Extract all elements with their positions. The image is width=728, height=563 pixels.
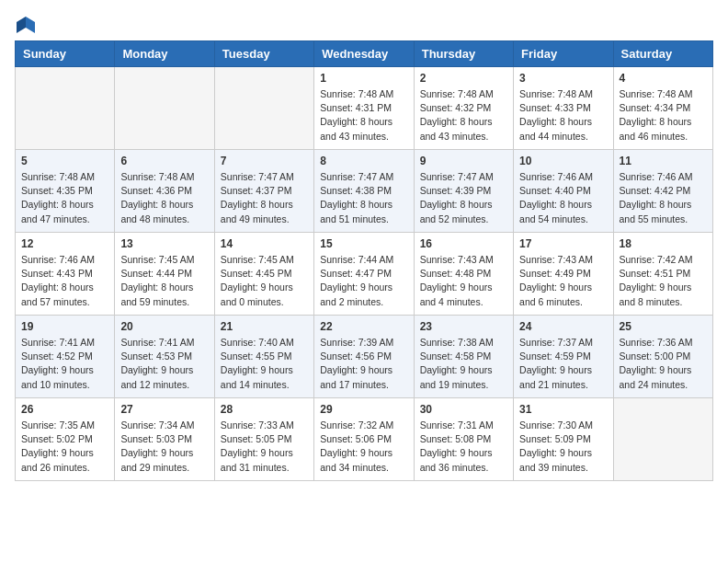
day-number: 2 <box>420 72 507 85</box>
calendar-day-5: 5Sunrise: 7:48 AM Sunset: 4:35 PM Daylig… <box>16 150 115 233</box>
day-info: Sunrise: 7:46 AM Sunset: 4:42 PM Dayligh… <box>620 170 707 226</box>
day-number: 26 <box>21 403 108 416</box>
calendar-week-2: 5Sunrise: 7:48 AM Sunset: 4:35 PM Daylig… <box>16 150 713 233</box>
calendar-day-7: 7Sunrise: 7:47 AM Sunset: 4:37 PM Daylig… <box>214 150 313 233</box>
calendar-day-10: 10Sunrise: 7:46 AM Sunset: 4:40 PM Dayli… <box>514 150 613 233</box>
weekday-header-row: SundayMondayTuesdayWednesdayThursdayFrid… <box>16 41 713 67</box>
day-number: 12 <box>21 237 108 250</box>
page-header <box>15 15 713 31</box>
day-info: Sunrise: 7:40 AM Sunset: 4:55 PM Dayligh… <box>221 336 308 392</box>
calendar-day-15: 15Sunrise: 7:44 AM Sunset: 4:47 PM Dayli… <box>314 233 414 316</box>
day-number: 29 <box>320 403 407 416</box>
day-number: 11 <box>620 155 707 167</box>
day-number: 17 <box>519 237 607 250</box>
weekday-header-tuesday: Tuesday <box>214 41 313 67</box>
day-info: Sunrise: 7:34 AM Sunset: 5:03 PM Dayligh… <box>120 419 208 475</box>
calendar-week-3: 12Sunrise: 7:46 AM Sunset: 4:43 PM Dayli… <box>16 233 713 316</box>
day-info: Sunrise: 7:48 AM Sunset: 4:32 PM Dayligh… <box>420 87 507 144</box>
day-info: Sunrise: 7:47 AM Sunset: 4:38 PM Dayligh… <box>320 170 407 226</box>
day-number: 9 <box>420 155 507 167</box>
day-info: Sunrise: 7:46 AM Sunset: 4:40 PM Dayligh… <box>519 170 607 226</box>
day-number: 5 <box>21 155 108 167</box>
calendar-week-1: 1Sunrise: 7:48 AM Sunset: 4:31 PM Daylig… <box>16 67 713 150</box>
day-info: Sunrise: 7:45 AM Sunset: 4:44 PM Dayligh… <box>120 253 208 309</box>
weekday-header-wednesday: Wednesday <box>314 41 414 67</box>
day-number: 27 <box>120 403 208 416</box>
calendar-week-4: 19Sunrise: 7:41 AM Sunset: 4:52 PM Dayli… <box>16 316 713 398</box>
day-info: Sunrise: 7:37 AM Sunset: 4:59 PM Dayligh… <box>519 336 607 392</box>
day-info: Sunrise: 7:39 AM Sunset: 4:56 PM Dayligh… <box>320 336 407 392</box>
day-info: Sunrise: 7:32 AM Sunset: 5:06 PM Dayligh… <box>320 419 407 475</box>
calendar-day-4: 4Sunrise: 7:48 AM Sunset: 4:34 PM Daylig… <box>613 67 712 150</box>
day-info: Sunrise: 7:31 AM Sunset: 5:08 PM Dayligh… <box>420 419 507 475</box>
weekday-header-thursday: Thursday <box>414 41 513 67</box>
day-info: Sunrise: 7:48 AM Sunset: 4:34 PM Dayligh… <box>620 87 707 144</box>
day-info: Sunrise: 7:45 AM Sunset: 4:45 PM Dayligh… <box>221 253 308 309</box>
calendar-day-empty <box>214 67 313 150</box>
day-number: 15 <box>320 237 407 250</box>
day-number: 24 <box>519 320 607 333</box>
calendar-day-9: 9Sunrise: 7:47 AM Sunset: 4:39 PM Daylig… <box>414 150 513 233</box>
day-info: Sunrise: 7:43 AM Sunset: 4:49 PM Dayligh… <box>519 253 607 309</box>
day-number: 1 <box>320 72 407 85</box>
weekday-header-friday: Friday <box>514 41 613 67</box>
calendar-day-27: 27Sunrise: 7:34 AM Sunset: 5:03 PM Dayli… <box>115 398 214 481</box>
day-number: 14 <box>221 237 308 250</box>
day-info: Sunrise: 7:43 AM Sunset: 4:48 PM Dayligh… <box>420 253 507 309</box>
day-info: Sunrise: 7:33 AM Sunset: 5:05 PM Dayligh… <box>221 419 308 475</box>
calendar-week-5: 26Sunrise: 7:35 AM Sunset: 5:02 PM Dayli… <box>16 398 713 481</box>
day-number: 8 <box>320 155 407 167</box>
day-info: Sunrise: 7:48 AM Sunset: 4:31 PM Dayligh… <box>320 87 407 144</box>
calendar-day-empty <box>115 67 214 150</box>
calendar-day-19: 19Sunrise: 7:41 AM Sunset: 4:52 PM Dayli… <box>16 316 115 398</box>
calendar-day-empty <box>16 67 115 150</box>
day-number: 4 <box>620 72 707 85</box>
calendar-day-31: 31Sunrise: 7:30 AM Sunset: 5:09 PM Dayli… <box>514 398 613 481</box>
day-number: 18 <box>620 237 707 250</box>
logo-icon <box>17 15 37 35</box>
calendar-day-2: 2Sunrise: 7:48 AM Sunset: 4:32 PM Daylig… <box>414 67 513 150</box>
day-info: Sunrise: 7:48 AM Sunset: 4:35 PM Dayligh… <box>21 170 108 226</box>
day-number: 10 <box>519 155 607 167</box>
calendar-day-25: 25Sunrise: 7:36 AM Sunset: 5:00 PM Dayli… <box>613 316 712 398</box>
day-number: 6 <box>120 155 208 167</box>
day-number: 7 <box>221 155 308 167</box>
calendar-day-18: 18Sunrise: 7:42 AM Sunset: 4:51 PM Dayli… <box>613 233 712 316</box>
day-info: Sunrise: 7:35 AM Sunset: 5:02 PM Dayligh… <box>21 419 108 475</box>
calendar-day-26: 26Sunrise: 7:35 AM Sunset: 5:02 PM Dayli… <box>16 398 115 481</box>
calendar-day-16: 16Sunrise: 7:43 AM Sunset: 4:48 PM Dayli… <box>414 233 513 316</box>
day-info: Sunrise: 7:48 AM Sunset: 4:33 PM Dayligh… <box>519 87 607 144</box>
calendar-day-13: 13Sunrise: 7:45 AM Sunset: 4:44 PM Dayli… <box>115 233 214 316</box>
calendar-day-3: 3Sunrise: 7:48 AM Sunset: 4:33 PM Daylig… <box>514 67 613 150</box>
calendar-day-24: 24Sunrise: 7:37 AM Sunset: 4:59 PM Dayli… <box>514 316 613 398</box>
calendar-day-29: 29Sunrise: 7:32 AM Sunset: 5:06 PM Dayli… <box>314 398 414 481</box>
day-info: Sunrise: 7:41 AM Sunset: 4:53 PM Dayligh… <box>120 336 208 392</box>
day-info: Sunrise: 7:48 AM Sunset: 4:36 PM Dayligh… <box>120 170 208 226</box>
day-number: 25 <box>620 320 707 333</box>
day-info: Sunrise: 7:44 AM Sunset: 4:47 PM Dayligh… <box>320 253 407 309</box>
day-number: 28 <box>221 403 308 416</box>
calendar-day-17: 17Sunrise: 7:43 AM Sunset: 4:49 PM Dayli… <box>514 233 613 316</box>
day-number: 23 <box>420 320 507 333</box>
calendar-day-6: 6Sunrise: 7:48 AM Sunset: 4:36 PM Daylig… <box>115 150 214 233</box>
day-number: 31 <box>519 403 607 416</box>
day-number: 22 <box>320 320 407 333</box>
day-number: 21 <box>221 320 308 333</box>
day-info: Sunrise: 7:47 AM Sunset: 4:37 PM Dayligh… <box>221 170 308 226</box>
day-info: Sunrise: 7:36 AM Sunset: 5:00 PM Dayligh… <box>620 336 707 392</box>
calendar-table: SundayMondayTuesdayWednesdayThursdayFrid… <box>15 40 713 481</box>
day-info: Sunrise: 7:42 AM Sunset: 4:51 PM Dayligh… <box>620 253 707 309</box>
weekday-header-sunday: Sunday <box>16 41 115 67</box>
day-number: 30 <box>420 403 507 416</box>
calendar-day-22: 22Sunrise: 7:39 AM Sunset: 4:56 PM Dayli… <box>314 316 414 398</box>
day-info: Sunrise: 7:30 AM Sunset: 5:09 PM Dayligh… <box>519 419 607 475</box>
day-number: 20 <box>120 320 208 333</box>
calendar-day-21: 21Sunrise: 7:40 AM Sunset: 4:55 PM Dayli… <box>214 316 313 398</box>
day-info: Sunrise: 7:46 AM Sunset: 4:43 PM Dayligh… <box>21 253 108 309</box>
logo <box>15 15 37 31</box>
day-info: Sunrise: 7:38 AM Sunset: 4:58 PM Dayligh… <box>420 336 507 392</box>
calendar-day-20: 20Sunrise: 7:41 AM Sunset: 4:53 PM Dayli… <box>115 316 214 398</box>
calendar-day-23: 23Sunrise: 7:38 AM Sunset: 4:58 PM Dayli… <box>414 316 513 398</box>
weekday-header-monday: Monday <box>115 41 214 67</box>
calendar-day-11: 11Sunrise: 7:46 AM Sunset: 4:42 PM Dayli… <box>613 150 712 233</box>
